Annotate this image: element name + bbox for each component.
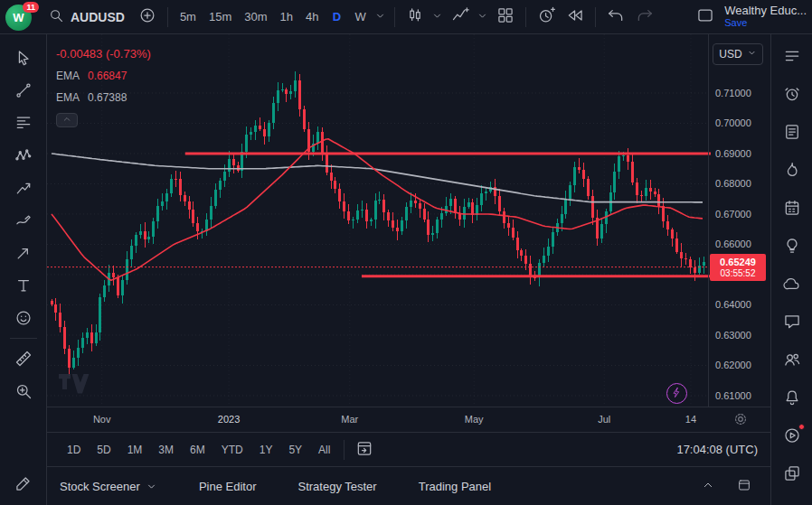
range-All[interactable]: All	[311, 440, 337, 460]
range-1Y[interactable]: 1Y	[252, 440, 280, 460]
tool-trend-line[interactable]	[10, 78, 37, 103]
tab-trading-panel[interactable]: Trading Panel	[419, 480, 491, 493]
create-alert-button[interactable]	[533, 5, 560, 30]
currency-toggle[interactable]: USD	[713, 43, 763, 65]
range-buttons: 1D5D1M3M6MYTD1Y5YAll	[60, 440, 337, 460]
chart-legend: -0.00483 (-0.73%) EMA0.66847EMA0.67388	[56, 47, 151, 127]
range-5Y[interactable]: 5Y	[281, 440, 309, 460]
tf-30m[interactable]: 30m	[239, 6, 272, 27]
notifications-icon	[783, 388, 801, 407]
undo-button[interactable]	[602, 5, 629, 30]
chart-type-button[interactable]	[401, 5, 429, 30]
legend-indicator-row[interactable]: EMA0.66847	[56, 70, 151, 82]
panel-maximize-button[interactable]	[731, 473, 758, 499]
layout-icon	[696, 6, 714, 24]
svg-text:0.70000: 0.70000	[715, 117, 751, 128]
range-6M[interactable]: 6M	[183, 440, 212, 460]
panel-streams[interactable]	[779, 347, 806, 372]
undo-icon	[607, 6, 625, 24]
panel-comments[interactable]	[779, 309, 806, 334]
indicators-button[interactable]	[447, 5, 474, 30]
panel-alerts[interactable]	[779, 81, 806, 107]
chevron-up-icon	[61, 114, 72, 127]
svg-text:0.66000: 0.66000	[715, 238, 751, 249]
layout-icon	[696, 6, 714, 27]
indicators-menu-button[interactable]	[476, 5, 490, 30]
server-clock[interactable]: 17:04:08 (UTC)	[676, 443, 758, 456]
tool-xabcd-pattern[interactable]	[10, 143, 37, 168]
legend-collapse-button[interactable]	[56, 113, 78, 127]
symbol-search[interactable]: AUDUSD	[42, 5, 132, 30]
toolbar-divider	[10, 338, 37, 339]
panel-hotlists[interactable]	[779, 157, 806, 182]
range-YTD[interactable]: YTD	[214, 440, 250, 460]
manage-layouts-button[interactable]	[692, 5, 719, 30]
tool-arrow-marker[interactable]	[10, 240, 37, 266]
panel-watchlist[interactable]	[779, 43, 806, 69]
tool-emoji[interactable]	[10, 305, 37, 331]
tf-D[interactable]: D	[326, 6, 347, 27]
tf-1h[interactable]: 1h	[275, 6, 298, 27]
range-1D[interactable]: 1D	[60, 440, 88, 460]
timeframe-menu-button[interactable]	[373, 5, 388, 30]
panel-expand-button[interactable]	[694, 473, 722, 499]
svg-text:0.68000: 0.68000	[715, 178, 751, 189]
object-tree-icon	[783, 464, 801, 482]
range-3M[interactable]: 3M	[151, 440, 181, 460]
tf-4h[interactable]: 4h	[300, 6, 324, 27]
chevron-up-icon	[701, 478, 715, 495]
chevron-down-icon	[477, 10, 488, 22]
panel-chat[interactable]	[779, 271, 806, 296]
panel-calendar[interactable]	[779, 195, 806, 220]
tool-fib-retracement[interactable]	[10, 110, 37, 136]
panel-ideas[interactable]	[779, 233, 806, 258]
tab-stock-screener[interactable]: Stock Screener	[60, 480, 157, 493]
go-to-date-button[interactable]	[351, 437, 378, 463]
candles-icon	[406, 6, 424, 24]
tool-prediction[interactable]	[10, 175, 37, 201]
chart-settings-button[interactable]	[731, 410, 751, 430]
price-chart[interactable]: 0.710000.700000.690000.680000.670000.660…	[47, 34, 770, 407]
panel-object-tree[interactable]	[779, 461, 806, 486]
watchlist-icon	[783, 47, 801, 65]
panel-live[interactable]	[779, 423, 806, 448]
chart-type-menu-button[interactable]	[430, 5, 445, 30]
redo-button[interactable]	[631, 5, 658, 30]
svg-text:0.71000: 0.71000	[715, 88, 751, 98]
tool-zoom-in[interactable]	[10, 379, 37, 404]
tool-text[interactable]	[10, 273, 37, 298]
tool-drawings-panel[interactable]	[10, 471, 37, 496]
time-label: Nov	[93, 414, 111, 425]
save-button[interactable]: Save	[724, 17, 807, 29]
tab-pine-editor[interactable]: Pine Editor	[199, 480, 257, 493]
maximize-icon	[737, 478, 751, 495]
quick-action-lightning-button[interactable]	[666, 383, 687, 404]
tf-15m[interactable]: 15m	[203, 6, 237, 27]
tab-label: Trading Panel	[419, 480, 491, 493]
tool-ruler[interactable]	[10, 346, 37, 371]
range-5D[interactable]: 5D	[90, 440, 118, 460]
range-1M[interactable]: 1M	[120, 440, 150, 460]
tool-cursor[interactable]	[10, 45, 37, 70]
panel-notifications[interactable]	[779, 385, 806, 410]
layout-name[interactable]: Wealthy Educ...	[724, 5, 807, 16]
panel-news[interactable]	[779, 119, 806, 145]
compare-add-button[interactable]	[134, 5, 161, 30]
symbol-change: -0.00483 (-0.73%)	[56, 47, 151, 61]
user-menu-button[interactable]: W 11	[5, 3, 36, 32]
plus-circle-icon	[138, 6, 156, 27]
time-axis[interactable]: Nov2023MarMayJul14	[47, 407, 770, 432]
tool-brush[interactable]	[10, 208, 37, 233]
last-price-value: 0.65249	[710, 256, 766, 268]
chart-area[interactable]: 0.710000.700000.690000.680000.670000.660…	[47, 34, 770, 407]
gear-icon	[732, 411, 749, 430]
legend-indicator-row[interactable]: EMA0.67388	[56, 91, 151, 104]
tab-strategy-tester[interactable]: Strategy Tester	[297, 480, 376, 493]
legend-indicators: EMA0.66847EMA0.67388	[56, 70, 151, 104]
tf-W[interactable]: W	[349, 6, 371, 27]
bar-replay-button[interactable]	[562, 5, 589, 30]
layout-grid-button[interactable]	[492, 5, 519, 30]
comments-icon	[783, 313, 801, 331]
last-price-tag[interactable]: 0.65249 03:55:52	[710, 254, 766, 281]
tf-5m[interactable]: 5m	[175, 6, 202, 27]
